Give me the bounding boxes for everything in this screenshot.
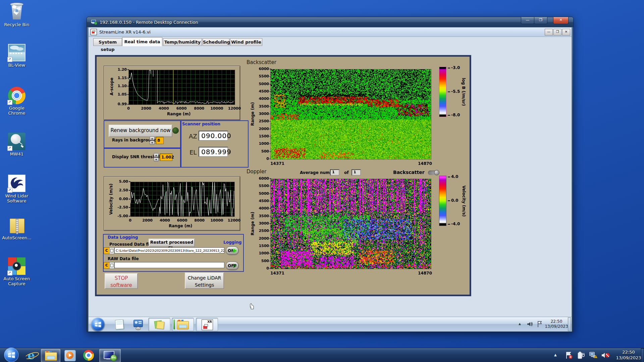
average-number-field[interactable]: 1 (330, 169, 339, 176)
colorbar-tick-label: 4.0 (451, 174, 458, 179)
remote-taskbar-sticky-notes[interactable] (148, 318, 170, 331)
raw-logging-toggle-off[interactable]: OFF (226, 261, 238, 270)
tab-wind-profile[interactable]: Wind profile (230, 38, 262, 46)
tray-chevron-up-icon[interactable]: ▲ (554, 353, 557, 357)
taskbar-remote-desktop[interactable]: >< (99, 349, 121, 362)
desktop-icon-mw41[interactable]: MW41 (0, 133, 34, 157)
tab-system-setup[interactable]: System setup (93, 38, 122, 46)
remote-taskbar-control-panel[interactable] (131, 318, 146, 330)
desktop-icon-label: BL-View (0, 63, 34, 68)
axis-tick-label: 2000 (142, 218, 153, 223)
desktop-icon-google-chrome[interactable]: Google Chrome (0, 87, 34, 116)
desktop-icon-recycle-bin[interactable]: Recycle Bin (0, 2, 34, 27)
axis-tick-label: 4500 (259, 199, 269, 203)
axis-tick-label: 1500 (259, 244, 269, 248)
tab-scheduling[interactable]: Scheduling (203, 38, 229, 46)
taskbar-media-player[interactable] (62, 349, 78, 362)
rays-value-field[interactable]: 8 (156, 137, 164, 144)
restart-processed-file-button[interactable]: Restart processed file (149, 239, 195, 247)
desktop-icon-wind-lidar[interactable]: Wind Lidar Software (0, 175, 34, 203)
tray-power-plug-icon[interactable] (577, 351, 586, 360)
taskbar-internet-explorer[interactable]: e (23, 349, 40, 362)
remote-tray-action-center-flag-icon[interactable] (537, 320, 543, 328)
processed-logging-toggle-on[interactable]: ON (226, 246, 238, 255)
desktop-icon-auto-screen-capture[interactable]: Auto Screen Capture (0, 257, 34, 286)
colorbar-tick-label: -4.0 (451, 222, 460, 226)
snr-value-field[interactable]: 1.002 (160, 154, 172, 161)
el-value-field[interactable]: 089.999 (199, 147, 228, 157)
path-browse-icon[interactable] (109, 262, 114, 269)
axis-tick-label: 1000 (259, 141, 269, 146)
doppler-backscatter-toggle-label: Backscatter (393, 170, 425, 175)
raw-path-row: C (104, 262, 224, 268)
zip-folder-icon (9, 217, 24, 234)
show-desktop-button[interactable] (641, 348, 644, 362)
rays-spinner[interactable]: ▲▼ (150, 136, 155, 144)
remote-taskbar-explorer[interactable] (172, 318, 194, 331)
backscatter-y-ticks: 6000550050004500400035003000250020001500… (256, 69, 269, 159)
tab-temp-humidity[interactable]: Temp/humidity (163, 38, 202, 46)
el-label: EL (190, 149, 197, 156)
rdp-restore-button[interactable]: ❐ (534, 17, 547, 24)
stop-software-button[interactable]: STOPsoftware (105, 273, 138, 289)
processed-path-field[interactable]: C:\Lidar\Data\Proc\2023\202309\20230913\… (114, 247, 224, 253)
front-panel: A-scope 1.201.151.101.050.99 02000400060… (95, 55, 471, 296)
app-window-title: StreamLine XR v14-6.vi (99, 29, 151, 35)
desktop-icon-bl-view[interactable]: BL-View (0, 44, 34, 68)
rdp-minimize-button[interactable]: — (521, 17, 534, 24)
doppler-y-axis-label: Range (m) (250, 212, 255, 235)
app-title-bar[interactable]: StreamLine XR v14-6.vi — ❐ ✕ (89, 27, 572, 37)
velocity-plot-canvas (130, 182, 235, 217)
desktop-icon-label: AutoScreen... (0, 235, 34, 240)
taskbar-google-chrome[interactable] (80, 349, 97, 362)
remote-tray-volume-icon[interactable] (527, 321, 534, 327)
rdp-close-button[interactable]: ✕ (553, 17, 569, 24)
drive-letter-box[interactable]: C (104, 262, 110, 269)
path-browse-icon[interactable] (109, 247, 114, 254)
raw-path-field[interactable] (114, 262, 224, 268)
rdp-title-bar[interactable]: 192.168.0.150 - Remote Desktop Connectio… (87, 17, 573, 27)
app-close-button[interactable]: ✕ (562, 29, 570, 36)
app-minimize-button[interactable]: — (545, 29, 553, 36)
axis-tick-label: -2.50 (117, 205, 128, 209)
remote-taskbar-streamline-vi[interactable]: XR (196, 318, 218, 331)
velocity-x-axis-label: Range (m) (169, 224, 192, 228)
remote-desktop-icon (91, 19, 97, 25)
remote-start-button[interactable] (91, 318, 105, 331)
tray-action-center-flag-icon[interactable] (565, 351, 573, 360)
remote-tray-clock[interactable]: 22:5013/09/2023 (545, 319, 568, 329)
axis-tick-label: 0.99 (118, 102, 127, 106)
desktop-icon-autoscreen-zip[interactable]: AutoScreen... (0, 217, 34, 240)
remote-show-desktop-button[interactable] (568, 317, 571, 331)
backscatter-colorbar (439, 67, 446, 117)
colorbar-tick-label: -3.0 (451, 65, 460, 70)
desktop-icon-label: Google Chrome (0, 106, 34, 116)
desktop: Recycle Bin BL-View Google Chrome MW41 (0, 0, 644, 362)
tab-real-time-data[interactable]: Real time data (122, 37, 162, 46)
app-restore-button[interactable]: ❐ (553, 29, 561, 36)
axis-tick-label: 6000 (259, 67, 269, 71)
tray-clock[interactable]: 22:5013/09/2023 (614, 349, 643, 361)
change-lidar-settings-button[interactable]: Change LiDARSettings (185, 273, 224, 289)
taskbar-windows-explorer[interactable] (41, 349, 60, 362)
drive-letter-box[interactable]: C (104, 247, 110, 254)
shortcut-arrow-icon (7, 188, 12, 193)
doppler-backscatter-toggle[interactable] (428, 171, 439, 175)
axis-tick-label: 4500 (259, 89, 269, 94)
remote-tray-chevron-up-icon[interactable]: ▲ (519, 322, 521, 325)
axis-tick-label: 1.10 (118, 84, 127, 88)
az-value-field[interactable]: 090.000 (199, 131, 228, 141)
axis-tick-label: 500 (261, 259, 269, 263)
ascope-x-axis-label: Range (m) (167, 112, 191, 116)
axis-tick-label: 1500 (259, 134, 269, 138)
tray-network-warning-icon[interactable] (589, 351, 598, 360)
snr-spinner[interactable]: ▲▼ (154, 153, 159, 161)
average-count-field[interactable]: 1 (352, 169, 361, 176)
remote-taskbar-notepad[interactable] (112, 318, 127, 330)
tray-volume-muted-icon[interactable] (601, 351, 610, 360)
labview-vi-icon (91, 29, 97, 35)
app-window: StreamLine XR v14-6.vi — ❐ ✕ System setu… (88, 27, 572, 331)
start-button[interactable] (4, 348, 19, 362)
renew-background-button[interactable]: Renew background now (109, 125, 172, 137)
rdp-window: 192.168.0.150 - Remote Desktop Connectio… (87, 17, 574, 332)
